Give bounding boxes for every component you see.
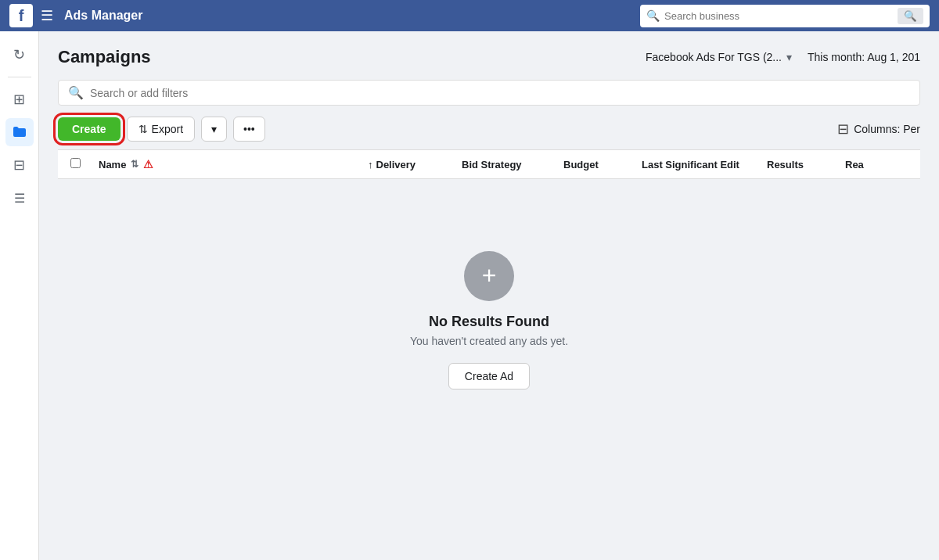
more-icon: ••• bbox=[243, 123, 255, 135]
th-results[interactable]: Results bbox=[767, 159, 845, 171]
export-label: Export bbox=[152, 123, 183, 135]
th-delivery[interactable]: ↑ Delivery bbox=[368, 159, 462, 171]
th-budget[interactable]: Budget bbox=[563, 159, 642, 171]
toolbar-right: ⊟ Columns: Per bbox=[837, 120, 920, 138]
th-last-edit[interactable]: Last Significant Edit bbox=[642, 159, 767, 171]
sidebar-item-folder[interactable] bbox=[5, 118, 34, 146]
table-header: Name ⇅ ⚠ ↑ Delivery Bid Strategy Budget … bbox=[58, 150, 920, 179]
th-name-label: Name bbox=[99, 159, 126, 171]
sidebar-item-apps[interactable]: ⊟ bbox=[5, 151, 34, 179]
page-title: Campaigns bbox=[58, 47, 151, 67]
nav-title: Ads Manager bbox=[64, 9, 142, 23]
empty-subtitle: You haven't created any ads yet. bbox=[410, 335, 568, 347]
filter-search-icon: 🔍 bbox=[68, 85, 84, 100]
th-name-sort-icon: ⇅ bbox=[131, 159, 139, 170]
account-dropdown-icon: ▾ bbox=[786, 51, 792, 63]
th-delivery-label: Delivery bbox=[376, 159, 416, 171]
th-reach-label: Rea bbox=[845, 159, 864, 171]
page-header: Campaigns Facebook Ads For TGS (2... ▾ T… bbox=[58, 47, 920, 67]
th-name[interactable]: Name ⇅ ⚠ bbox=[99, 158, 368, 171]
empty-title: No Results Found bbox=[429, 314, 549, 330]
folder-icon bbox=[12, 124, 27, 140]
top-nav: f ☰ Ads Manager 🔍 🔍 bbox=[0, 0, 939, 31]
account-selector[interactable]: Facebook Ads For TGS (2... ▾ bbox=[646, 51, 792, 63]
dropdown-chevron-icon: ▾ bbox=[211, 123, 217, 135]
search-icon: 🔍 bbox=[646, 9, 660, 22]
more-options-button[interactable]: ••• bbox=[233, 117, 265, 142]
columns-label: Columns: Per bbox=[854, 123, 920, 135]
th-delivery-sort-icon: ↑ bbox=[368, 159, 373, 171]
search-bar: 🔍 🔍 bbox=[640, 5, 930, 27]
toolbar: Create ⇅ Export ▾ ••• ⊟ Columns: Per bbox=[58, 117, 920, 149]
search-submit-button[interactable]: 🔍 bbox=[898, 8, 923, 24]
table-container: Name ⇅ ⚠ ↑ Delivery Bid Strategy Budget … bbox=[58, 149, 920, 461]
export-button[interactable]: ⇅ Export bbox=[127, 117, 195, 142]
sidebar-item-doc[interactable]: ☰ bbox=[5, 184, 34, 212]
date-range: This month: Aug 1, 201 bbox=[808, 51, 920, 63]
header-right: Facebook Ads For TGS (2... ▾ This month:… bbox=[646, 51, 920, 63]
sidebar-divider bbox=[8, 77, 31, 77]
search-input[interactable] bbox=[664, 10, 893, 22]
export-sort-icon: ⇅ bbox=[139, 123, 148, 135]
fb-logo: f bbox=[9, 4, 33, 27]
account-name: Facebook Ads For TGS (2... bbox=[646, 51, 782, 63]
export-dropdown-button[interactable]: ▾ bbox=[201, 117, 227, 142]
empty-state: + No Results Found You haven't created a… bbox=[58, 179, 920, 461]
filter-bar: 🔍 bbox=[58, 80, 920, 106]
filter-input[interactable] bbox=[90, 87, 910, 99]
th-warn-icon: ⚠ bbox=[143, 158, 153, 171]
create-ad-button[interactable]: Create Ad bbox=[448, 363, 530, 389]
th-bid[interactable]: Bid Strategy bbox=[462, 159, 563, 171]
th-reach[interactable]: Rea bbox=[845, 159, 908, 171]
th-bid-label: Bid Strategy bbox=[462, 159, 522, 171]
sidebar-item-grid[interactable]: ⊞ bbox=[5, 85, 34, 113]
sidebar: ↻ ⊞ ⊟ ☰ bbox=[0, 31, 39, 560]
create-button[interactable]: Create bbox=[58, 117, 121, 141]
th-results-label: Results bbox=[767, 159, 804, 171]
sidebar-item-refresh[interactable]: ↻ bbox=[5, 41, 34, 69]
empty-add-icon: + bbox=[464, 251, 514, 301]
th-budget-label: Budget bbox=[563, 159, 599, 171]
select-all-checkbox[interactable] bbox=[70, 158, 81, 168]
columns-icon: ⊟ bbox=[837, 120, 849, 138]
th-checkbox bbox=[70, 158, 99, 171]
main-content: Campaigns Facebook Ads For TGS (2... ▾ T… bbox=[39, 31, 939, 560]
th-last-edit-label: Last Significant Edit bbox=[642, 159, 739, 171]
menu-icon[interactable]: ☰ bbox=[41, 7, 53, 24]
